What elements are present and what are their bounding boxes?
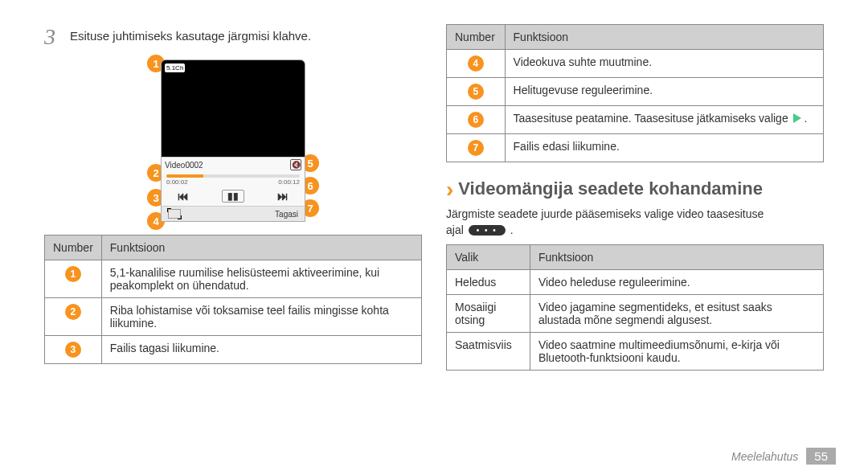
- row-num-icon: 5: [468, 84, 484, 100]
- th-function: Funktsioon: [101, 236, 421, 260]
- player-bottom-bar: Tagasi: [162, 206, 305, 221]
- th-function: Funktsioon: [505, 25, 823, 50]
- prev-icon: ⏮: [178, 190, 189, 203]
- more-menu-pill-icon: • • •: [469, 225, 506, 236]
- progress-bar: [166, 174, 300, 178]
- video-screen: 5.1Ch: [162, 60, 305, 157]
- time-duration: 0:00:12: [278, 178, 300, 186]
- settings-table: Valik Funktsioon Heledus Video heleduse …: [446, 244, 824, 371]
- back-label: Tagasi: [275, 210, 298, 219]
- table-row: 6 Taasesituse peatamine. Taasesituse jät…: [447, 106, 824, 134]
- th-number: Number: [447, 25, 506, 50]
- opt-name: Saatmisviis: [447, 333, 530, 371]
- table-row: 3 Failis tagasi liikumine.: [45, 336, 422, 364]
- pause-icon: ▮▮: [222, 190, 244, 203]
- row-func: 5,1-kanalilise ruumilise helisüsteemi ak…: [101, 260, 421, 298]
- opt-func: Video jagamine segmentideks, et esitust …: [530, 295, 823, 333]
- table-row: 5 Helitugevuse reguleerimine.: [447, 78, 824, 106]
- step-3: 3 Esituse juhtimiseks kasutage järgmisi …: [44, 24, 422, 50]
- footer-section: Meelelahutus: [731, 450, 798, 463]
- table-row: Heledus Video heleduse reguleerimine.: [447, 270, 824, 295]
- controls-table-right: Number Funktsioon 4 Videokuva suhte muut…: [446, 24, 824, 162]
- row-num-icon: 3: [65, 342, 81, 358]
- row-func: Videokuva suhte muutmine.: [505, 50, 823, 78]
- row-num-icon: 1: [65, 266, 81, 282]
- left-column: 3 Esituse juhtimiseks kasutage järgmisi …: [32, 24, 434, 463]
- progress-area: 0:00:02 0:00:12: [162, 172, 305, 186]
- player-illustration: 1 2 3 4 5 6 7 5.1Ch Video0002 🔇 0:00: [44, 59, 422, 222]
- play-icon: [793, 113, 801, 123]
- th-number: Number: [45, 236, 102, 260]
- section-heading: ›Videomängija seadete kohandamine: [446, 177, 824, 203]
- surround-badge: 5.1Ch: [165, 63, 185, 72]
- ajal-text: ajal: [446, 223, 464, 236]
- row-func: Helitugevuse reguleerimine.: [505, 78, 823, 106]
- row-func: Riba lohistamise või toksamise teel fail…: [101, 298, 421, 336]
- row-func: Taasesituse peatamine. Taasesituse jätka…: [505, 106, 823, 134]
- aspect-icon: [168, 209, 181, 219]
- section-desc: Järgmiste seadete juurde pääsemiseks val…: [446, 207, 824, 220]
- opt-func: Video heleduse reguleerimine.: [530, 270, 823, 295]
- chevron-icon: ›: [446, 177, 453, 202]
- table-row: 1 5,1-kanalilise ruumilise helisüsteemi …: [45, 260, 422, 298]
- opt-name: Mosaiigi otsing: [447, 295, 530, 333]
- video-title-row: Video0002 🔇: [162, 157, 305, 172]
- table-row: 2 Riba lohistamise või toksamise teel fa…: [45, 298, 422, 336]
- table-row: Mosaiigi otsing Video jagamine segmentid…: [447, 295, 824, 333]
- footer-page: 55: [806, 448, 836, 465]
- row-num-icon: 2: [65, 304, 81, 320]
- th-function: Funktsioon: [530, 245, 823, 270]
- controls-table-left: Number Funktsioon 1 5,1-kanalilise ruumi…: [44, 235, 422, 364]
- step-number: 3: [44, 24, 62, 50]
- video-player-mock: 5.1Ch Video0002 🔇 0:00:02 0:00:12 ⏮ ▮▮ ⏭: [161, 59, 305, 222]
- th-option: Valik: [447, 245, 530, 270]
- page-footer: Meelelahutus 55: [32, 448, 836, 465]
- table-row: 4 Videokuva suhte muutmine.: [447, 50, 824, 78]
- table-row: Saatmisviis Video saatmine multimeediums…: [447, 333, 824, 371]
- row-num-icon: 7: [468, 140, 484, 156]
- time-row: 0:00:02 0:00:12: [166, 178, 300, 186]
- row-num-icon: 4: [468, 55, 484, 72]
- opt-name: Heledus: [447, 270, 530, 295]
- ajal-row: ajal • • • .: [446, 223, 824, 236]
- step-text: Esituse juhtimiseks kasutage järgmisi kl…: [70, 24, 311, 43]
- next-icon: ⏭: [277, 190, 289, 203]
- table-row: 7 Failis edasi liikumine.: [447, 134, 824, 162]
- playback-controls: ⏮ ▮▮ ⏭: [162, 186, 305, 206]
- row-func: Failis tagasi liikumine.: [101, 336, 421, 364]
- time-elapsed: 0:00:02: [166, 178, 188, 186]
- right-column: Number Funktsioon 4 Videokuva suhte muut…: [434, 24, 836, 463]
- row-num-icon: 6: [468, 112, 484, 128]
- opt-func: Video saatmine multimeediumsõnumi, e-kir…: [530, 333, 823, 371]
- row-func: Failis edasi liikumine.: [505, 134, 823, 162]
- mute-icon: 🔇: [290, 159, 301, 170]
- video-name: Video0002: [165, 161, 203, 170]
